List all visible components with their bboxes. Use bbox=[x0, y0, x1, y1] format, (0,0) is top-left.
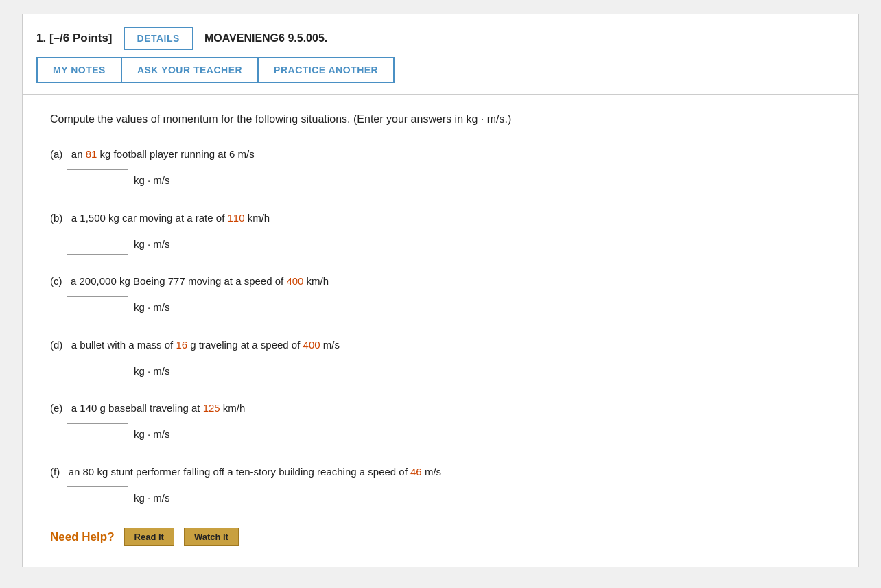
main-container: 1. [–/6 Points] DETAILS MOAVENIENG6 9.5.… bbox=[22, 14, 859, 567]
problem-intro: Compute the values of momentum for the f… bbox=[50, 111, 831, 128]
part-b-input[interactable] bbox=[67, 233, 128, 255]
sub-label-b: (b) a 1,500 kg car moving at a rate of 1… bbox=[50, 211, 831, 226]
part-f-input-row: kg · m/s bbox=[67, 486, 831, 508]
part-d-highlight1: 16 bbox=[176, 339, 187, 351]
sub-problem-f: (f) an 80 kg stunt performer falling off… bbox=[50, 464, 831, 509]
part-d-unit: kg · m/s bbox=[134, 365, 170, 377]
read-it-button[interactable]: Read It bbox=[124, 528, 174, 546]
part-f-text-before: an 80 kg stunt performer falling off a t… bbox=[69, 466, 410, 478]
need-help-row: Need Help? Read It Watch It bbox=[50, 528, 831, 546]
part-d-label: (d) bbox=[50, 339, 69, 351]
part-f-highlight: 46 bbox=[410, 466, 422, 478]
sub-problem-b: (b) a 1,500 kg car moving at a rate of 1… bbox=[50, 211, 831, 255]
part-f-input[interactable] bbox=[67, 486, 128, 508]
points-label: 1. [–/6 Points] bbox=[36, 32, 113, 45]
watch-it-button[interactable]: Watch It bbox=[184, 528, 239, 546]
sub-label-d: (d) a bullet with a mass of 16 g traveli… bbox=[50, 338, 831, 353]
part-c-label: (c) bbox=[50, 275, 68, 287]
part-f-unit: kg · m/s bbox=[134, 492, 170, 504]
part-e-text-before: a 140 g baseball traveling at bbox=[71, 402, 203, 414]
part-b-text-after: km/h bbox=[245, 212, 270, 224]
part-b-input-row: kg · m/s bbox=[67, 233, 831, 255]
ask-teacher-button[interactable]: ASK YOUR TEACHER bbox=[121, 57, 259, 83]
part-d-text-mid: g traveling at a speed of bbox=[187, 339, 303, 351]
part-a-input-row: kg · m/s bbox=[67, 169, 831, 191]
part-c-text-before: a 200,000 kg Boeing 777 moving at a spee… bbox=[71, 275, 286, 287]
sub-problem-c: (c) a 200,000 kg Boeing 777 moving at a … bbox=[50, 274, 831, 318]
part-f-label: (f) bbox=[50, 466, 66, 478]
part-e-unit: kg · m/s bbox=[134, 428, 170, 440]
sub-problem-e: (e) a 140 g baseball traveling at 125 km… bbox=[50, 401, 831, 445]
part-d-input-row: kg · m/s bbox=[67, 360, 831, 381]
part-d-text-before: a bullet with a mass of bbox=[71, 339, 176, 351]
part-c-input-row: kg · m/s bbox=[67, 296, 831, 318]
part-e-text-after: km/h bbox=[220, 402, 246, 414]
part-b-unit: kg · m/s bbox=[134, 238, 170, 250]
part-f-text-after: m/s bbox=[422, 466, 441, 478]
part-c-unit: kg · m/s bbox=[134, 301, 170, 313]
part-e-label: (e) bbox=[50, 402, 69, 414]
sub-problem-a: (a) an 81 kg football player running at … bbox=[50, 147, 831, 191]
part-b-text-before: a 1,500 kg car moving at a rate of bbox=[71, 212, 228, 224]
part-a-label: (a) bbox=[50, 148, 69, 160]
sub-label-e: (e) a 140 g baseball traveling at 125 km… bbox=[50, 401, 831, 416]
part-c-input[interactable] bbox=[67, 296, 128, 318]
details-button[interactable]: DETAILS bbox=[124, 27, 193, 50]
part-c-highlight: 400 bbox=[286, 275, 303, 287]
part-d-input[interactable] bbox=[67, 360, 128, 381]
header-bar: 1. [–/6 Points] DETAILS MOAVENIENG6 9.5.… bbox=[23, 14, 858, 57]
part-d-highlight2: 400 bbox=[303, 339, 320, 351]
part-b-label: (b) bbox=[50, 212, 69, 224]
part-e-highlight: 125 bbox=[203, 402, 220, 414]
part-b-highlight: 110 bbox=[227, 212, 244, 224]
sub-label-a: (a) an 81 kg football player running at … bbox=[50, 147, 831, 163]
part-d-text-after: m/s bbox=[320, 339, 340, 351]
action-buttons-row: MY NOTES ASK YOUR TEACHER PRACTICE ANOTH… bbox=[23, 57, 858, 94]
content-area: Compute the values of momentum for the f… bbox=[23, 95, 858, 567]
part-a-input[interactable] bbox=[67, 169, 128, 191]
practice-another-button[interactable]: PRACTICE ANOTHER bbox=[257, 57, 395, 83]
part-c-text-after: km/h bbox=[303, 275, 329, 287]
part-a-text-before: an bbox=[71, 148, 86, 160]
problem-code: MOAVENIENG6 9.5.005. bbox=[204, 32, 327, 45]
need-help-label: Need Help? bbox=[50, 530, 115, 544]
sub-problem-d: (d) a bullet with a mass of 16 g traveli… bbox=[50, 338, 831, 382]
sub-label-c: (c) a 200,000 kg Boeing 777 moving at a … bbox=[50, 274, 831, 290]
my-notes-button[interactable]: MY NOTES bbox=[36, 57, 122, 83]
part-a-highlight: 81 bbox=[86, 148, 97, 160]
part-a-text-after: kg football player running at 6 m/s bbox=[97, 148, 254, 160]
part-a-unit: kg · m/s bbox=[134, 174, 170, 186]
part-e-input[interactable] bbox=[67, 423, 128, 445]
sub-label-f: (f) an 80 kg stunt performer falling off… bbox=[50, 464, 831, 480]
part-e-input-row: kg · m/s bbox=[67, 423, 831, 445]
